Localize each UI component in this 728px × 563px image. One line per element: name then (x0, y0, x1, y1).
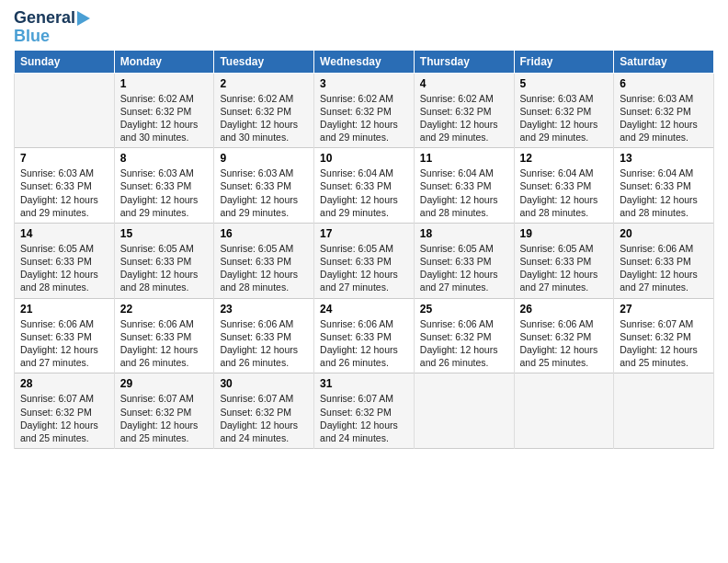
calendar-cell (614, 373, 714, 449)
calendar-week-row: 14Sunrise: 6:05 AM Sunset: 6:33 PM Dayli… (15, 223, 714, 298)
day-number: 3 (320, 77, 408, 90)
logo-arrow-icon (77, 11, 90, 26)
day-number: 17 (320, 227, 408, 240)
calendar-cell: 2Sunrise: 6:02 AM Sunset: 6:32 PM Daylig… (214, 73, 314, 148)
calendar-cell: 6Sunrise: 6:03 AM Sunset: 6:32 PM Daylig… (614, 73, 714, 148)
cell-content: Sunrise: 6:04 AM Sunset: 6:33 PM Dayligh… (620, 167, 708, 219)
calendar-cell: 12Sunrise: 6:04 AM Sunset: 6:33 PM Dayli… (514, 148, 614, 224)
day-number: 23 (220, 303, 308, 316)
cell-content: Sunrise: 6:06 AM Sunset: 6:32 PM Dayligh… (420, 317, 508, 370)
day-number: 30 (220, 377, 308, 390)
day-number: 4 (420, 77, 508, 90)
calendar-cell: 26Sunrise: 6:06 AM Sunset: 6:32 PM Dayli… (514, 298, 614, 373)
calendar-cell: 16Sunrise: 6:05 AM Sunset: 6:33 PM Dayli… (214, 223, 314, 298)
cell-content: Sunrise: 6:06 AM Sunset: 6:33 PM Dayligh… (620, 242, 708, 294)
cell-content: Sunrise: 6:06 AM Sunset: 6:32 PM Dayligh… (520, 317, 609, 370)
cell-content: Sunrise: 6:02 AM Sunset: 6:32 PM Dayligh… (320, 92, 408, 144)
cell-content: Sunrise: 6:05 AM Sunset: 6:33 PM Dayligh… (420, 242, 508, 294)
day-number: 18 (420, 227, 508, 240)
cell-content: Sunrise: 6:03 AM Sunset: 6:32 PM Dayligh… (620, 92, 708, 144)
calendar-cell: 1Sunrise: 6:02 AM Sunset: 6:32 PM Daylig… (114, 73, 214, 148)
calendar-cell (414, 373, 514, 449)
day-number: 10 (320, 152, 408, 165)
day-number: 1 (120, 77, 209, 90)
calendar-cell: 15Sunrise: 6:05 AM Sunset: 6:33 PM Dayli… (114, 223, 214, 298)
cell-content: Sunrise: 6:02 AM Sunset: 6:32 PM Dayligh… (220, 92, 308, 144)
day-number: 6 (620, 77, 708, 90)
day-number: 27 (620, 303, 708, 316)
cell-content: Sunrise: 6:06 AM Sunset: 6:33 PM Dayligh… (220, 317, 308, 370)
cell-content: Sunrise: 6:04 AM Sunset: 6:33 PM Dayligh… (420, 167, 508, 219)
calendar-cell: 4Sunrise: 6:02 AM Sunset: 6:32 PM Daylig… (414, 73, 514, 148)
logo: General Blue (14, 9, 90, 46)
day-header-friday: Friday (514, 50, 614, 73)
calendar-cell: 5Sunrise: 6:03 AM Sunset: 6:32 PM Daylig… (514, 73, 614, 148)
calendar-week-row: 28Sunrise: 6:07 AM Sunset: 6:32 PM Dayli… (15, 373, 714, 449)
calendar-cell: 20Sunrise: 6:06 AM Sunset: 6:33 PM Dayli… (614, 223, 714, 298)
day-number: 14 (20, 227, 108, 240)
calendar-cell: 31Sunrise: 6:07 AM Sunset: 6:32 PM Dayli… (314, 373, 415, 449)
calendar-cell: 17Sunrise: 6:05 AM Sunset: 6:33 PM Dayli… (314, 223, 415, 298)
calendar-cell: 3Sunrise: 6:02 AM Sunset: 6:32 PM Daylig… (314, 73, 415, 148)
cell-content: Sunrise: 6:07 AM Sunset: 6:32 PM Dayligh… (220, 392, 308, 444)
calendar-cell (15, 73, 115, 148)
day-number: 24 (320, 303, 408, 316)
day-number: 12 (520, 152, 609, 165)
header: General Blue (14, 9, 714, 46)
day-number: 15 (120, 227, 209, 240)
calendar-table: SundayMondayTuesdayWednesdayThursdayFrid… (14, 50, 714, 449)
calendar-week-row: 7Sunrise: 6:03 AM Sunset: 6:33 PM Daylig… (15, 148, 714, 224)
day-number: 7 (20, 152, 108, 165)
calendar-cell: 8Sunrise: 6:03 AM Sunset: 6:33 PM Daylig… (114, 148, 214, 224)
day-number: 28 (20, 377, 108, 390)
cell-content: Sunrise: 6:03 AM Sunset: 6:32 PM Dayligh… (520, 92, 609, 144)
day-number: 16 (220, 227, 308, 240)
cell-content: Sunrise: 6:05 AM Sunset: 6:33 PM Dayligh… (320, 242, 408, 294)
logo-general: General (14, 9, 75, 28)
calendar-header-row: SundayMondayTuesdayWednesdayThursdayFrid… (15, 50, 714, 73)
day-number: 19 (520, 227, 609, 240)
cell-content: Sunrise: 6:02 AM Sunset: 6:32 PM Dayligh… (120, 92, 209, 144)
calendar-cell: 29Sunrise: 6:07 AM Sunset: 6:32 PM Dayli… (114, 373, 214, 449)
cell-content: Sunrise: 6:06 AM Sunset: 6:33 PM Dayligh… (120, 317, 209, 370)
cell-content: Sunrise: 6:06 AM Sunset: 6:33 PM Dayligh… (20, 317, 108, 370)
cell-content: Sunrise: 6:04 AM Sunset: 6:33 PM Dayligh… (320, 167, 408, 219)
cell-content: Sunrise: 6:03 AM Sunset: 6:33 PM Dayligh… (20, 167, 108, 219)
calendar-cell: 11Sunrise: 6:04 AM Sunset: 6:33 PM Dayli… (414, 148, 514, 224)
day-number: 25 (420, 303, 508, 316)
day-number: 8 (120, 152, 209, 165)
cell-content: Sunrise: 6:07 AM Sunset: 6:32 PM Dayligh… (20, 392, 108, 444)
page-container: General Blue SundayMondayTuesdayWednesda… (0, 0, 728, 458)
day-number: 29 (120, 377, 209, 390)
day-header-wednesday: Wednesday (314, 50, 415, 73)
day-number: 5 (520, 77, 609, 90)
calendar-cell: 18Sunrise: 6:05 AM Sunset: 6:33 PM Dayli… (414, 223, 514, 298)
day-header-saturday: Saturday (614, 50, 714, 73)
calendar-cell: 9Sunrise: 6:03 AM Sunset: 6:33 PM Daylig… (214, 148, 314, 224)
day-header-thursday: Thursday (414, 50, 514, 73)
calendar-cell: 30Sunrise: 6:07 AM Sunset: 6:32 PM Dayli… (214, 373, 314, 449)
day-number: 20 (620, 227, 708, 240)
calendar-cell: 13Sunrise: 6:04 AM Sunset: 6:33 PM Dayli… (614, 148, 714, 224)
calendar-cell: 14Sunrise: 6:05 AM Sunset: 6:33 PM Dayli… (15, 223, 115, 298)
day-header-sunday: Sunday (15, 50, 115, 73)
day-number: 13 (620, 152, 708, 165)
cell-content: Sunrise: 6:07 AM Sunset: 6:32 PM Dayligh… (120, 392, 209, 444)
cell-content: Sunrise: 6:07 AM Sunset: 6:32 PM Dayligh… (320, 392, 408, 444)
day-number: 31 (320, 377, 408, 390)
day-header-monday: Monday (114, 50, 214, 73)
calendar-week-row: 1Sunrise: 6:02 AM Sunset: 6:32 PM Daylig… (15, 73, 714, 148)
cell-content: Sunrise: 6:05 AM Sunset: 6:33 PM Dayligh… (120, 242, 209, 294)
day-number: 22 (120, 303, 209, 316)
cell-content: Sunrise: 6:03 AM Sunset: 6:33 PM Dayligh… (220, 167, 308, 219)
cell-content: Sunrise: 6:02 AM Sunset: 6:32 PM Dayligh… (420, 92, 508, 144)
cell-content: Sunrise: 6:05 AM Sunset: 6:33 PM Dayligh… (20, 242, 108, 294)
calendar-cell (514, 373, 614, 449)
calendar-cell: 19Sunrise: 6:05 AM Sunset: 6:33 PM Dayli… (514, 223, 614, 298)
calendar-cell: 23Sunrise: 6:06 AM Sunset: 6:33 PM Dayli… (214, 298, 314, 373)
day-number: 26 (520, 303, 609, 316)
cell-content: Sunrise: 6:05 AM Sunset: 6:33 PM Dayligh… (220, 242, 308, 294)
calendar-cell: 21Sunrise: 6:06 AM Sunset: 6:33 PM Dayli… (15, 298, 115, 373)
calendar-cell: 27Sunrise: 6:07 AM Sunset: 6:32 PM Dayli… (614, 298, 714, 373)
cell-content: Sunrise: 6:05 AM Sunset: 6:33 PM Dayligh… (520, 242, 609, 294)
